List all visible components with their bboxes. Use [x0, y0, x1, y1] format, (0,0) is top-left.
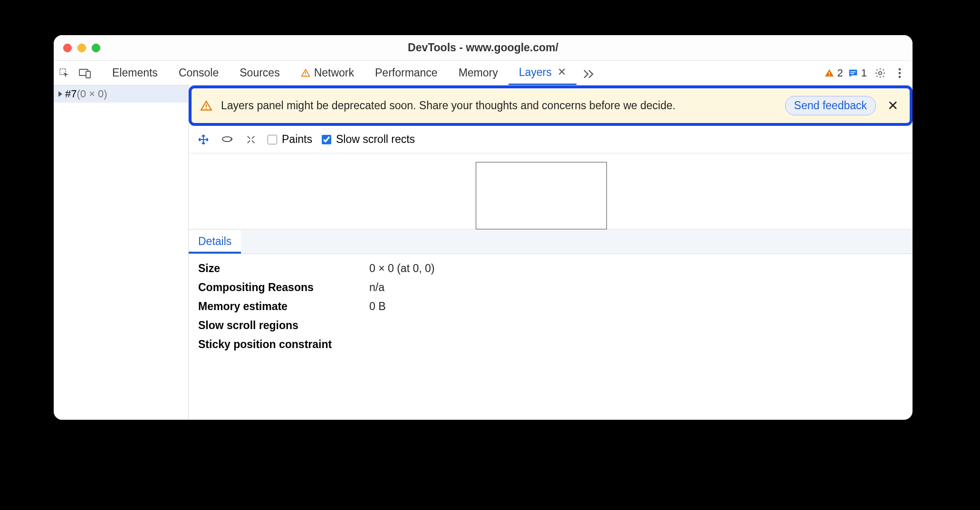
details-tab[interactable]: Details: [189, 230, 241, 254]
warning-icon: [301, 68, 310, 78]
detail-key: Sticky position constraint: [198, 338, 369, 351]
detail-row: Compositing Reasons n/a: [198, 278, 903, 297]
rotate-mode-icon[interactable]: [220, 132, 234, 147]
svg-rect-3: [305, 72, 306, 74]
svg-rect-6: [829, 75, 830, 76]
warning-count: 2: [837, 67, 843, 79]
tab-sources[interactable]: Sources: [229, 61, 290, 85]
svg-point-9: [879, 71, 882, 74]
more-tabs-button[interactable]: [576, 61, 601, 85]
minimize-window-button[interactable]: [77, 44, 86, 52]
tab-label: Sources: [240, 66, 279, 79]
detail-key: Slow scroll regions: [198, 319, 369, 332]
svg-rect-4: [305, 75, 306, 76]
tab-label: Elements: [112, 66, 158, 79]
message-icon: [848, 68, 858, 78]
deprecation-infobar: Layers panel might be deprecated soon. S…: [189, 85, 913, 126]
tab-performance[interactable]: Performance: [365, 61, 448, 85]
tab-memory[interactable]: Memory: [448, 61, 509, 85]
svg-point-11: [899, 72, 901, 74]
paints-label: Paints: [282, 133, 312, 146]
layer-details: Size 0 × 0 (at 0, 0) Compositing Reasons…: [189, 254, 913, 359]
detail-value: 0 × 0 (at 0, 0): [369, 262, 434, 275]
layer-name: #7: [65, 88, 77, 100]
paints-checkbox[interactable]: Paints: [268, 133, 312, 146]
detail-row: Memory estimate 0 B: [198, 297, 903, 316]
pan-mode-icon[interactable]: [196, 132, 211, 147]
window-title: DevTools - www.google.com/: [54, 41, 913, 54]
paints-checkbox-input[interactable]: [268, 135, 277, 144]
svg-rect-5: [829, 72, 830, 74]
svg-rect-14: [206, 108, 207, 109]
detail-value: 0 B: [369, 300, 386, 313]
traffic-lights: [63, 44, 100, 52]
device-toolbar-icon[interactable]: [75, 68, 96, 78]
main-tabstrip: Elements Console Sources Network Perform…: [54, 61, 913, 85]
issues-warning-badge[interactable]: 2: [824, 67, 843, 79]
layers-3d-view[interactable]: [189, 153, 913, 229]
close-window-button[interactable]: [63, 44, 72, 52]
svg-rect-2: [86, 71, 90, 78]
tab-label: Memory: [459, 66, 498, 79]
detail-key: Size: [198, 262, 369, 275]
issues-message-badge[interactable]: 1: [848, 67, 867, 79]
message-count: 1: [861, 67, 867, 79]
tab-label: Console: [179, 66, 219, 79]
svg-point-10: [899, 68, 901, 70]
close-infobar-icon[interactable]: ✕: [884, 98, 901, 113]
layer-dims: (0 × 0): [77, 88, 107, 100]
svg-rect-13: [206, 104, 207, 106]
kebab-menu-icon[interactable]: [894, 67, 906, 79]
detail-row: Sticky position constraint: [198, 335, 903, 354]
inspect-element-icon[interactable]: [54, 67, 75, 79]
svg-rect-8: [850, 73, 854, 74]
warning-icon: [824, 68, 835, 78]
devtools-window: DevTools - www.google.com/: [54, 35, 913, 420]
layers-main: Layers panel might be deprecated soon. S…: [189, 85, 913, 420]
detail-value: n/a: [369, 281, 384, 294]
settings-icon[interactable]: [872, 67, 889, 79]
tab-label: Layers: [519, 66, 552, 79]
svg-rect-7: [850, 71, 855, 72]
tab-console[interactable]: Console: [168, 61, 229, 85]
detail-key: Memory estimate: [198, 300, 369, 313]
tab-elements[interactable]: Elements: [102, 61, 168, 85]
layers-tree-sidebar: #7 (0 × 0): [54, 85, 189, 420]
detail-row: Size 0 × 0 (at 0, 0): [198, 259, 903, 278]
svg-point-12: [899, 76, 901, 78]
titlebar: DevTools - www.google.com/: [54, 35, 913, 61]
tab-network[interactable]: Network: [290, 61, 365, 85]
slow-scroll-label: Slow scroll rects: [336, 133, 415, 146]
expand-caret-icon[interactable]: [58, 91, 62, 97]
layer-tree-row[interactable]: #7 (0 × 0): [54, 85, 188, 103]
tab-label: Network: [314, 66, 354, 79]
warning-icon: [200, 100, 212, 112]
slow-scroll-checkbox-input[interactable]: [322, 135, 331, 144]
tab-label: Performance: [375, 66, 438, 79]
reset-view-icon[interactable]: [244, 132, 258, 147]
layers-toolbar: Paints Slow scroll rects: [189, 126, 913, 153]
zoom-window-button[interactable]: [92, 44, 100, 52]
tab-layers[interactable]: Layers ✕: [509, 61, 576, 85]
detail-key: Compositing Reasons: [198, 281, 369, 294]
close-tab-icon[interactable]: ✕: [557, 66, 566, 78]
detail-row: Slow scroll regions: [198, 316, 903, 335]
details-tabstrip: Details: [189, 229, 913, 254]
layer-rect[interactable]: [476, 162, 607, 229]
infobar-text: Layers panel might be deprecated soon. S…: [221, 99, 777, 112]
send-feedback-button[interactable]: Send feedback: [785, 96, 876, 115]
slow-scroll-rects-checkbox[interactable]: Slow scroll rects: [322, 133, 415, 146]
